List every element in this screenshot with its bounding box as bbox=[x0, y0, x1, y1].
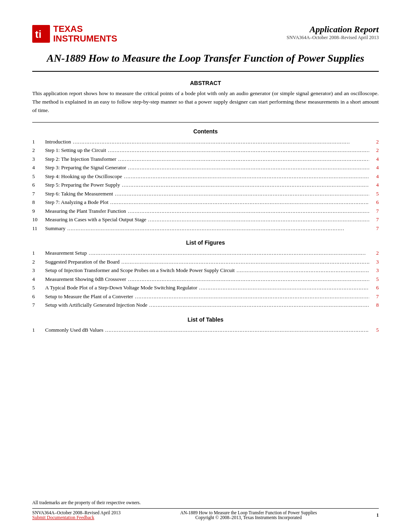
toc-label: Step 4: Hooking up the Oscilloscope bbox=[45, 172, 122, 181]
toc-num: 10 bbox=[32, 216, 44, 224]
figures-list: 1Measurement Setup ………………………………………………………… bbox=[32, 249, 379, 309]
toc-page: 2 bbox=[371, 146, 379, 154]
toc-row: 10Measuring in Cases with a Special Outp… bbox=[32, 216, 379, 224]
toc-dots: …………………………………………………………………………………………………………… bbox=[108, 146, 369, 154]
toc-dots: …………………………………………………………………………………………………………… bbox=[115, 190, 369, 198]
app-report-subtitle: SNVA364A–October 2008–Revised April 2013 bbox=[286, 35, 379, 41]
tables-heading: List of Tables bbox=[32, 316, 379, 323]
toc-num: 8 bbox=[32, 198, 44, 206]
toc-label: Step 7: Analyzing a Bode Plot bbox=[45, 198, 108, 206]
toc-row: 4Step 3: Preparing the Signal Generator … bbox=[32, 164, 379, 172]
toc-label: Step 5: Preparing the Power Supply bbox=[45, 181, 120, 189]
toc-page: 4 bbox=[371, 181, 379, 189]
footer-title: AN-1889 How to Measure the Loop Transfer… bbox=[180, 510, 317, 515]
toc-label: Step 3: Preparing the Signal Generator bbox=[45, 164, 126, 172]
contents-heading: Contents bbox=[32, 128, 379, 135]
main-title: AN-1889 How to Measure the Loop Transfer… bbox=[32, 52, 379, 65]
svg-text:ti: ti bbox=[35, 28, 42, 40]
abstract-section: ABSTRACT This application report shows h… bbox=[32, 80, 379, 115]
toc-num: 7 bbox=[32, 301, 44, 309]
footer-trademark: All trademarks are the property of their… bbox=[32, 500, 379, 505]
app-report-title: Application Report bbox=[286, 24, 379, 35]
toc-row: 3Step 2: The Injection Transformer ……………… bbox=[32, 155, 379, 163]
toc-dots: …………………………………………………………………………………………………………… bbox=[89, 249, 369, 257]
header: ti TEXASINSTRUMENTS Application Report S… bbox=[32, 24, 379, 44]
footer-page-num: 1 bbox=[376, 513, 379, 517]
toc-row: 4Measurement Showing 0dB Crossover ……………… bbox=[32, 275, 379, 283]
feedback-link[interactable]: Submit Documentation Feedback bbox=[32, 515, 94, 520]
toc-row: 5A Typical Bode Plot of a Step-Down Volt… bbox=[32, 284, 379, 292]
toc-dots: …………………………………………………………………………………………………………… bbox=[122, 181, 369, 189]
toc-num: 1 bbox=[32, 326, 44, 334]
toc-page: 3 bbox=[371, 258, 379, 266]
toc-dots: …………………………………………………………………………………………………………… bbox=[128, 164, 369, 172]
toc-page: 7 bbox=[371, 216, 379, 224]
toc-row: 3Setup of Injection Transformer and Scop… bbox=[32, 266, 379, 274]
abstract-text: This application report shows how to mea… bbox=[32, 89, 379, 115]
toc-row: 2Suggested Preparation of the Board …………… bbox=[32, 258, 379, 266]
toc-label: Introduction bbox=[45, 138, 71, 146]
tables-list: 1Commonly Used dB Values ………………………………………… bbox=[32, 326, 379, 334]
toc-num: 2 bbox=[32, 258, 44, 266]
toc-dots: …………………………………………………………………………………………………………… bbox=[121, 258, 369, 266]
toc-label: Step 6: Taking the Measurement bbox=[45, 190, 113, 198]
toc-label: Suggested Preparation of the Board bbox=[45, 258, 120, 266]
figures-heading: List of Figures bbox=[32, 239, 379, 246]
toc-num: 7 bbox=[32, 190, 44, 198]
toc-dots: …………………………………………………………………………………………………………… bbox=[105, 326, 369, 334]
toc-page: 5 bbox=[371, 275, 379, 283]
toc-num: 2 bbox=[32, 146, 44, 154]
ti-logo: ti TEXASINSTRUMENTS bbox=[32, 24, 117, 44]
toc-page: 2 bbox=[371, 138, 379, 146]
page: ti TEXASINSTRUMENTS Application Report S… bbox=[0, 0, 411, 532]
toc-row: 1Commonly Used dB Values ………………………………………… bbox=[32, 326, 379, 334]
toc-page: 2 bbox=[371, 249, 379, 257]
toc-page: 7 bbox=[371, 207, 379, 215]
ti-wordmark: TEXASINSTRUMENTS bbox=[53, 24, 117, 44]
footer-bottom: SNVA364A–October 2008–Revised April 2013… bbox=[32, 510, 379, 520]
contents-section: Contents 1Introduction ……………………………………………… bbox=[32, 128, 379, 233]
contents-list: 1Introduction ……………………………………………………………………… bbox=[32, 138, 379, 233]
toc-num: 5 bbox=[32, 172, 44, 181]
toc-dots: …………………………………………………………………………………………………………… bbox=[124, 172, 369, 181]
logo-area: ti TEXASINSTRUMENTS bbox=[32, 24, 117, 44]
toc-page: 6 bbox=[371, 284, 379, 292]
toc-row: 5Step 4: Hooking up the Oscilloscope ………… bbox=[32, 172, 379, 181]
toc-label: Summary bbox=[45, 224, 66, 233]
app-report-block: Application Report SNVA364A–October 2008… bbox=[286, 24, 379, 41]
toc-page: 4 bbox=[371, 155, 379, 163]
toc-label: Measurement Showing 0dB Crossover bbox=[45, 275, 126, 283]
abstract-heading: ABSTRACT bbox=[32, 80, 379, 86]
toc-row: 7Setup with Artificially Generated Injec… bbox=[32, 301, 379, 309]
toc-label: Setup of Injection Transformer and Scope… bbox=[45, 266, 235, 274]
section-divider-1 bbox=[32, 122, 379, 123]
toc-row: 2Step 1: Setting up the Circuit ……………………… bbox=[32, 146, 379, 154]
toc-page: 3 bbox=[371, 266, 379, 274]
ti-logo-icon: ti bbox=[32, 25, 50, 43]
toc-page: 4 bbox=[371, 164, 379, 172]
toc-page: 4 bbox=[371, 172, 379, 181]
toc-label: Step 2: The Injection Transformer bbox=[45, 155, 116, 163]
toc-dots: …………………………………………………………………………………………………………… bbox=[148, 216, 369, 224]
toc-num: 4 bbox=[32, 275, 44, 283]
toc-row: 9Measuring the Plant Transfer Function …… bbox=[32, 207, 379, 215]
toc-dots: …………………………………………………………………………………………………………… bbox=[128, 207, 369, 215]
toc-row: 1Measurement Setup ………………………………………………………… bbox=[32, 249, 379, 257]
toc-label: Step 1: Setting up the Circuit bbox=[45, 146, 106, 154]
title-divider bbox=[32, 71, 379, 72]
tables-section: List of Tables 1Commonly Used dB Values … bbox=[32, 316, 379, 334]
toc-num: 6 bbox=[32, 181, 44, 189]
toc-num: 9 bbox=[32, 207, 44, 215]
toc-dots: …………………………………………………………………………………………………………… bbox=[73, 138, 369, 146]
toc-num: 6 bbox=[32, 293, 44, 301]
toc-num: 5 bbox=[32, 284, 44, 292]
toc-dots: …………………………………………………………………………………………………………… bbox=[149, 301, 369, 309]
toc-label: Measuring the Plant Transfer Function bbox=[45, 207, 126, 215]
toc-dots: …………………………………………………………………………………………………………… bbox=[236, 266, 369, 274]
toc-row: 1Introduction ……………………………………………………………………… bbox=[32, 138, 379, 146]
toc-page: 7 bbox=[371, 293, 379, 301]
toc-dots: …………………………………………………………………………………………………………… bbox=[135, 293, 369, 301]
figures-section: List of Figures 1Measurement Setup ……………… bbox=[32, 239, 379, 309]
toc-dots: …………………………………………………………………………………………………………… bbox=[199, 284, 369, 292]
toc-page: 5 bbox=[371, 190, 379, 198]
